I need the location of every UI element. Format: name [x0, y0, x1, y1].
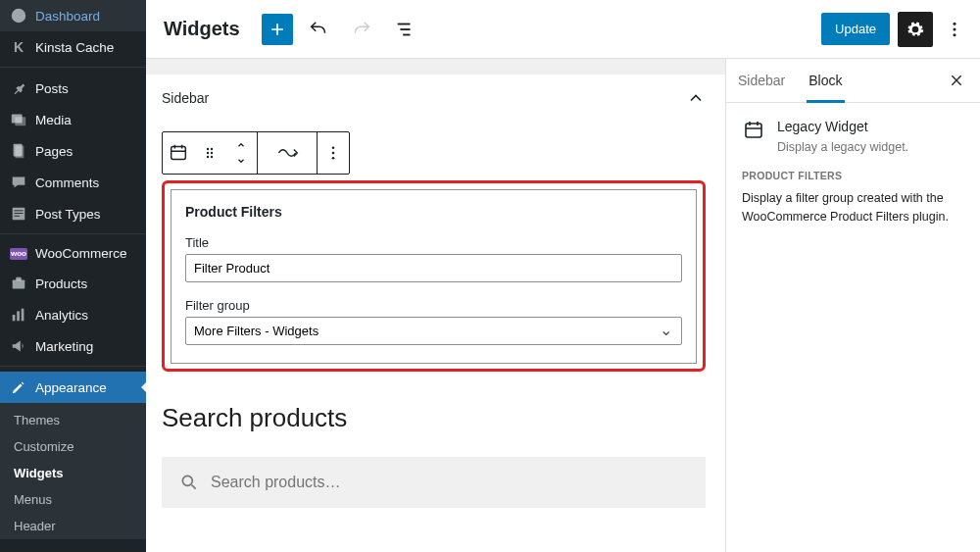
svg-rect-9: [16, 277, 21, 281]
move-up-button[interactable]: [235, 137, 247, 153]
editor-main: Sidebar: [146, 59, 725, 552]
svg-rect-1: [15, 117, 25, 125]
sidebar-label-pages: Pages: [35, 144, 73, 159]
block-type-button[interactable]: [163, 132, 194, 174]
sidebar-sub-widgets[interactable]: Widgets: [0, 460, 146, 486]
products-icon: [10, 275, 27, 292]
svg-rect-3: [15, 146, 24, 159]
svg-rect-10: [13, 315, 16, 321]
pages-icon: [10, 142, 27, 160]
svg-point-23: [211, 152, 213, 154]
settings-tabs: Sidebar Block: [726, 59, 980, 103]
sidebar-item-post-types[interactable]: Post Types: [0, 198, 146, 233]
options-button[interactable]: [941, 12, 968, 47]
svg-rect-30: [746, 124, 761, 137]
svg-rect-12: [22, 309, 24, 322]
redo-button[interactable]: [344, 12, 379, 47]
block-info-title: Legacy Widget: [777, 119, 908, 134]
svg-point-24: [207, 156, 209, 158]
analytics-icon: [10, 306, 27, 324]
sidebar-label-comments: Comments: [35, 176, 99, 190]
tab-block[interactable]: Block: [797, 59, 854, 102]
sidebar-label-post-types: Post Types: [35, 207, 101, 222]
sidebar-label-analytics: Analytics: [35, 308, 88, 323]
drag-handle-button[interactable]: [194, 132, 225, 174]
tab-sidebar[interactable]: Sidebar: [726, 59, 797, 102]
search-products-block[interactable]: Search products…: [162, 457, 706, 508]
sidebar-sub-header[interactable]: Header: [0, 513, 146, 539]
title-input[interactable]: [185, 254, 682, 282]
sidebar-item-appearance[interactable]: Appearance: [0, 372, 146, 403]
sidebar-label-products: Products: [35, 276, 87, 291]
sidebar-item-pages[interactable]: Pages: [0, 135, 146, 167]
sidebar-item-posts[interactable]: Posts: [0, 73, 146, 104]
media-icon: [10, 111, 27, 128]
dashboard-icon: [10, 7, 27, 25]
sidebar-item-woocommerce[interactable]: woo WooCommerce: [0, 239, 146, 268]
sidebar-label-posts: Posts: [35, 81, 69, 96]
svg-rect-14: [400, 28, 410, 30]
chevron-up-icon: [686, 88, 706, 108]
svg-point-18: [954, 33, 956, 36]
close-settings-button[interactable]: [939, 63, 974, 98]
block-options-button[interactable]: [318, 132, 349, 174]
svg-point-17: [954, 27, 956, 30]
sidebar-item-marketing[interactable]: Marketing: [0, 330, 146, 366]
svg-point-27: [332, 152, 335, 155]
undo-button[interactable]: [301, 12, 336, 47]
panel-product-filters: PRODUCT FILTERS Display a filter group c…: [726, 170, 980, 242]
list-view-button[interactable]: [387, 12, 422, 47]
woocommerce-icon: woo: [10, 248, 27, 260]
sidebar-sub-themes[interactable]: Themes: [0, 403, 146, 433]
widget-area-title: Sidebar: [162, 90, 209, 106]
svg-point-22: [207, 152, 209, 154]
editor-header: Widgets Update: [146, 0, 980, 59]
filter-group-label: Filter group: [185, 298, 682, 313]
update-button[interactable]: Update: [821, 13, 890, 45]
svg-point-20: [207, 148, 209, 150]
svg-rect-15: [403, 33, 410, 35]
filter-group-select[interactable]: More Filters - Widgets: [185, 317, 682, 345]
sidebar-item-products[interactable]: Products: [0, 268, 146, 299]
comments-icon: [10, 174, 27, 191]
search-icon: [179, 473, 199, 492]
svg-point-16: [954, 22, 956, 25]
svg-point-21: [211, 148, 213, 150]
panel-section-label: PRODUCT FILTERS: [742, 170, 964, 181]
move-to-widget-area-button[interactable]: [258, 132, 317, 174]
product-filters-widget[interactable]: Product Filters Title Filter group More …: [171, 189, 697, 364]
sidebar-label-woocommerce: WooCommerce: [35, 246, 127, 261]
widget-area-header[interactable]: Sidebar: [162, 75, 706, 122]
svg-point-29: [182, 476, 192, 485]
svg-rect-5: [15, 210, 24, 211]
main-column: Widgets Update Sidebar: [146, 0, 980, 552]
move-down-button[interactable]: [235, 153, 247, 169]
svg-rect-19: [172, 147, 186, 160]
page-title: Widgets: [158, 18, 246, 40]
highlighted-widget-frame: Product Filters Title Filter group More …: [162, 180, 706, 372]
sidebar-label-media: Media: [35, 113, 72, 127]
block-info-desc: Display a legacy widget.: [777, 140, 908, 154]
block-mover[interactable]: [225, 132, 257, 174]
sidebar-item-dashboard[interactable]: Dashboard: [0, 0, 146, 31]
sidebar-item-comments[interactable]: Comments: [0, 167, 146, 198]
svg-rect-6: [15, 213, 24, 214]
sidebar-item-media[interactable]: Media: [0, 104, 146, 135]
title-label: Title: [185, 235, 682, 250]
search-placeholder: Search products…: [211, 474, 341, 491]
svg-point-25: [211, 156, 213, 158]
sidebar-label-kinsta: Kinsta Cache: [35, 40, 114, 55]
add-block-button[interactable]: [262, 14, 293, 45]
svg-rect-13: [397, 23, 410, 25]
settings-button[interactable]: [898, 12, 933, 47]
sidebar-label-dashboard: Dashboard: [35, 9, 100, 24]
sidebar-item-analytics[interactable]: Analytics: [0, 299, 146, 330]
sidebar-item-kinsta[interactable]: K Kinsta Cache: [0, 31, 146, 67]
sidebar-sub-customize[interactable]: Customize: [0, 433, 146, 460]
sidebar-label-appearance: Appearance: [35, 380, 107, 395]
search-products-heading: Search products: [162, 403, 706, 433]
post-types-icon: [10, 205, 27, 223]
marketing-icon: [10, 337, 27, 355]
sidebar-sub-menus[interactable]: Menus: [0, 486, 146, 513]
svg-rect-11: [17, 311, 20, 321]
